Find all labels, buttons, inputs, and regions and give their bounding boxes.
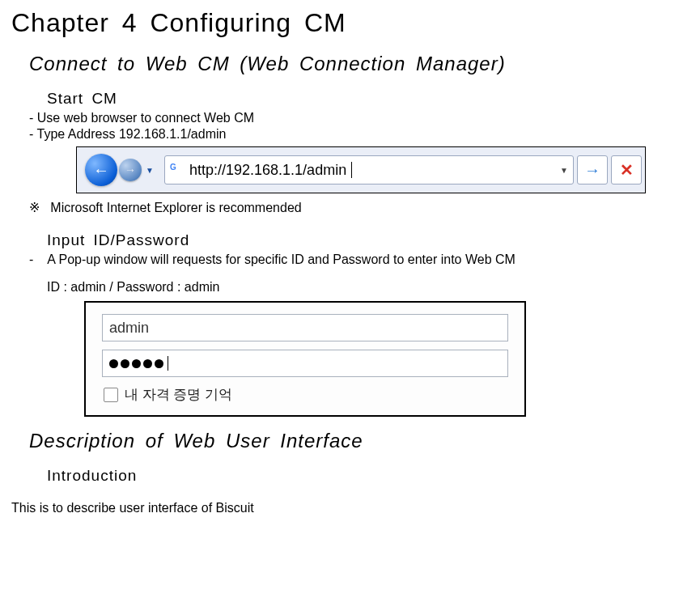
google-favicon-icon: G: [170, 163, 185, 177]
remember-label: 내 자격 증명 기억: [125, 385, 232, 404]
chapter-title: Chapter 4 Configuring CM: [11, 8, 689, 38]
nav-buttons-group: ← → ▼: [77, 147, 164, 193]
note-symbol: ※: [29, 201, 40, 214]
close-icon: ✕: [620, 160, 634, 180]
dash-bullet: -: [29, 252, 33, 266]
section-connect-title: Connect to Web CM (Web Connection Manage…: [29, 53, 689, 75]
text-caret: [168, 356, 168, 371]
credentials-line: ID : admin / Password : admin: [47, 280, 689, 295]
password-dot-icon: [155, 359, 163, 368]
password-dot-icon: [143, 359, 152, 368]
back-button[interactable]: ←: [85, 154, 117, 186]
stop-button[interactable]: ✕: [611, 155, 642, 184]
ie-note: ※ Microsoft Internet Explorer is recomme…: [29, 200, 689, 215]
address-dropdown-icon[interactable]: ▼: [560, 166, 568, 175]
section-description-title: Description of Web User Interface: [29, 430, 689, 452]
popup-desc-line: - A Pop-up window will requests for spec…: [29, 252, 689, 267]
chevron-down-icon: ▼: [146, 166, 154, 175]
address-url-text: http://192.168.1.1/admin: [189, 162, 346, 179]
start-cm-line-1: Use web browser to connect Web CM: [29, 111, 689, 125]
username-value: admin: [109, 320, 149, 337]
password-dot-icon: [132, 359, 141, 368]
addressbar-screenshot: ← → ▼ G http://192.168.1.1/admin ▼ → ✕: [76, 146, 689, 193]
forward-button[interactable]: →: [119, 159, 142, 181]
subsection-introduction: Introduction: [47, 467, 689, 485]
login-popup-screenshot: admin 내 자격 증명 기억: [84, 301, 689, 417]
remember-checkbox[interactable]: [104, 388, 118, 402]
popup-desc-text: A Pop-up window will requests for specif…: [47, 252, 515, 266]
intro-text: This is to describe user interface of Bi…: [11, 501, 689, 515]
address-input[interactable]: G http://192.168.1.1/admin ▼: [164, 155, 574, 184]
arrow-right-icon: →: [125, 163, 136, 176]
nav-history-dropdown[interactable]: ▼: [143, 154, 156, 186]
password-dot-icon: [121, 359, 129, 368]
arrow-go-icon: →: [584, 161, 600, 180]
text-caret: [351, 162, 352, 178]
password-field[interactable]: [102, 350, 508, 377]
note-text: Microsoft Internet Explorer is recommend…: [50, 201, 301, 214]
arrow-left-icon: ←: [93, 161, 109, 180]
remember-credentials-row: 내 자격 증명 기억: [104, 385, 508, 404]
subsection-input-id: Input ID/Password: [47, 231, 689, 249]
go-button[interactable]: →: [577, 155, 608, 184]
start-cm-line-2: Type Address 192.168.1.1/admin: [29, 127, 689, 142]
password-dot-icon: [109, 359, 118, 368]
username-field[interactable]: admin: [102, 314, 508, 341]
subsection-start-cm: Start CM: [47, 90, 689, 108]
